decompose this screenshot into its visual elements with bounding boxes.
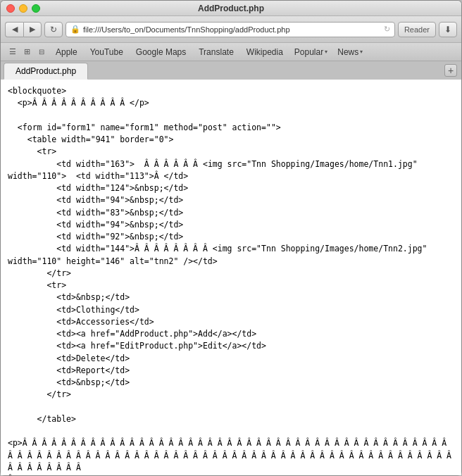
content-area[interactable]: <blockquote> <p>Â Â Â Â Â Â Â Â Â Â </p>… [1, 80, 461, 475]
reader-button[interactable]: Reader [398, 22, 436, 37]
address-text: file:///Users/to_on/Documents/TnnShoppin… [83, 25, 381, 34]
page-source: <blockquote> <p>Â Â Â Â Â Â Â Â Â Â </p>… [8, 85, 454, 475]
bookmark-google-maps[interactable]: Google Maps [130, 46, 192, 58]
maximize-button[interactable] [32, 4, 40, 13]
popular-arrow: ▾ [325, 49, 327, 55]
title-bar: AddProduct.php [1, 1, 461, 16]
close-button[interactable] [6, 4, 15, 13]
bookmarks-bar: ☰ ⊞ ⊟ Apple YouTube Google Maps Translat… [1, 43, 461, 61]
download-button[interactable]: ⬇ [439, 22, 457, 37]
reader-list-icon[interactable]: ⊞ [20, 46, 33, 58]
bookmark-news[interactable]: News ▾ [333, 46, 367, 58]
forward-button[interactable]: ▶ [23, 22, 42, 37]
news-arrow: ▾ [360, 49, 363, 55]
bookmark-wikipedia[interactable]: Wikipedia [241, 46, 289, 58]
reload-icon: ↻ [384, 25, 390, 34]
window-title: AddProduct.php [198, 4, 264, 13]
sidebar-button[interactable]: ☰ [6, 46, 19, 58]
apps-button[interactable]: ⊟ [35, 46, 49, 58]
bookmark-apple[interactable]: Apple [50, 46, 83, 58]
bookmark-popular[interactable]: Popular ▾ [290, 46, 332, 58]
toolbar: ◀ ▶ ↻ 🔒 file:///Users/to_on/Documents/Tn… [1, 16, 461, 43]
nav-buttons: ◀ ▶ [5, 22, 42, 37]
minimize-button[interactable] [19, 4, 27, 13]
new-tab-button[interactable]: + [444, 64, 457, 77]
tab-addproduct[interactable]: AddProduct.php [4, 63, 88, 80]
security-icon: 🔒 [70, 25, 80, 34]
browser-window: AddProduct.php ◀ ▶ ↻ 🔒 file:///Users/to_… [0, 0, 462, 476]
tab-bar: AddProduct.php + [1, 61, 461, 80]
bookmark-popular-label: Popular [294, 47, 323, 57]
back-button[interactable]: ◀ [5, 22, 23, 37]
refresh-button[interactable]: ↻ [44, 22, 63, 37]
bookmark-translate[interactable]: Translate [193, 46, 239, 58]
traffic-lights [6, 4, 40, 13]
bookmark-news-label: News [337, 47, 358, 57]
address-bar[interactable]: 🔒 file:///Users/to_on/Documents/TnnShopp… [65, 22, 395, 37]
bookmark-youtube[interactable]: YouTube [85, 46, 129, 58]
